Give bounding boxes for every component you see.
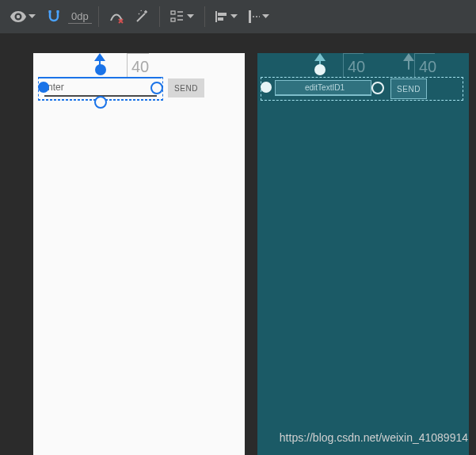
guideline-vertical	[343, 53, 344, 77]
send-button-label: SEND	[397, 85, 421, 94]
svg-rect-8	[249, 10, 251, 23]
clear-constraints-icon	[109, 10, 124, 24]
toolbar-separator	[98, 6, 99, 27]
guideline-value: 40	[348, 58, 365, 76]
constraint-shaft	[408, 60, 409, 70]
chevron-down-icon	[187, 14, 194, 19]
layout-editor-canvas: 40 nter SEND 40 40	[0, 33, 476, 455]
selection-top-edge	[38, 77, 162, 78]
send-button[interactable]: SEND	[168, 78, 204, 98]
clear-constraints-button[interactable]	[104, 0, 129, 33]
svg-rect-5	[215, 11, 217, 22]
constraint-handle-right[interactable]	[150, 82, 163, 94]
guideline-value: 40	[419, 58, 436, 76]
layout-editor-toolbar: 0dp	[0, 0, 476, 34]
align-left-icon	[215, 11, 228, 22]
constraint-handle-bottom[interactable]	[94, 96, 107, 109]
svg-rect-3	[171, 11, 175, 14]
svg-rect-2	[57, 10, 59, 13]
send-button[interactable]: SEND	[390, 78, 427, 99]
constraint-handle-right[interactable]	[371, 82, 384, 94]
guideline-tick	[414, 53, 435, 54]
pack-icon	[170, 10, 185, 23]
send-button-label: SEND	[174, 84, 198, 93]
svg-point-0	[17, 15, 20, 18]
chevron-down-icon	[262, 14, 269, 19]
svg-rect-6	[218, 13, 227, 16]
guideline-value: 40	[131, 58, 149, 76]
edittext-widget[interactable]: nter	[44, 79, 157, 97]
margin-value-text: 0dp	[71, 10, 89, 22]
guideline-vertical	[414, 53, 415, 77]
infer-constraints-button[interactable]	[129, 0, 154, 33]
guidelines-button[interactable]	[243, 0, 275, 33]
svg-rect-4	[171, 18, 175, 21]
guideline-tick	[127, 53, 149, 54]
chevron-down-icon	[29, 14, 36, 19]
toolbar-separator	[204, 6, 205, 27]
align-button[interactable]	[210, 0, 243, 33]
pack-button[interactable]	[165, 0, 200, 33]
toolbar-separator	[159, 6, 160, 27]
svg-rect-1	[49, 10, 51, 13]
constraint-handle-top[interactable]	[314, 64, 326, 75]
view-options-button[interactable]	[5, 0, 41, 33]
edittext-placeholder: nter	[48, 82, 64, 93]
magnet-icon	[47, 10, 61, 24]
edittext-id: editTextID1	[305, 83, 345, 92]
default-margin-field[interactable]: 0dp	[68, 10, 92, 24]
constraint-handle-left[interactable]	[38, 82, 49, 93]
autoconnect-button[interactable]	[41, 0, 67, 33]
constraint-handle-left[interactable]	[261, 82, 272, 93]
design-surface[interactable]: 40 nter SEND	[33, 53, 245, 455]
eye-icon	[10, 11, 26, 22]
magic-wand-icon	[135, 10, 149, 24]
svg-rect-7	[218, 17, 223, 21]
constraint-handle-top[interactable]	[95, 64, 106, 75]
guideline-tick	[343, 53, 364, 54]
guideline-icon	[249, 10, 260, 23]
blueprint-surface[interactable]: 40 40 editTextID1 SEND	[257, 53, 469, 455]
edittext-widget[interactable]: editTextID1	[275, 80, 371, 96]
guideline-vertical	[127, 53, 128, 77]
chevron-down-icon	[230, 14, 238, 19]
